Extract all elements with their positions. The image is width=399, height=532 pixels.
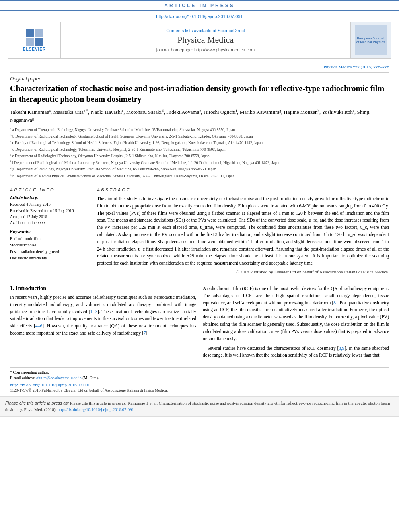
article-title: Characterization of stochastic noise and…: [10, 83, 389, 104]
email-line: E-mail address: oita-m@cc.okayama-u.ac.j…: [10, 376, 389, 380]
main-content: Physica Medica xxx (2016) xxx–xxx Origin…: [0, 60, 399, 392]
intro-section-title: 1. Introduction: [10, 285, 196, 292]
journal-title: Physica Medica: [177, 35, 234, 45]
affiliation-f: f f Department of Radiological and Medic…: [10, 160, 389, 166]
right-logo: European Journal of Medical Physics: [355, 25, 387, 55]
contents-text: Contents lists available at: [166, 28, 216, 33]
author-oita: Masataka Oita: [53, 109, 83, 115]
history-header: Article history:: [10, 195, 90, 200]
keywords-section: Keywords: Radiochromic film Stochastic n…: [10, 230, 90, 261]
author-hayashi: Naoki Hayashi: [91, 109, 122, 115]
homepage-line: journal homepage: http://www.physicamedi…: [156, 47, 255, 52]
logo-box-4: [35, 38, 43, 46]
logo-box-1: [26, 29, 34, 37]
logo-boxes: [26, 29, 43, 46]
footnote-area: * Corresponding author. E-mail address: …: [10, 367, 389, 392]
logo-box-2: [35, 29, 43, 37]
corresponding-text: * Corresponding author.: [10, 370, 49, 374]
logo-box-3: [26, 38, 34, 46]
keyword-1: Radiochromic film: [10, 236, 90, 242]
keyword-3: Post-irradiation density growth: [10, 249, 90, 255]
divider-2: [10, 184, 389, 184]
article-info-header: ARTICLE INFO: [10, 187, 90, 192]
intro-para-right-2: Several studies have discussed the chara…: [203, 345, 389, 359]
received-date: Received 4 January 2016: [10, 201, 90, 207]
email-suffix: (M. Oita).: [82, 376, 99, 380]
divider-3: [10, 279, 389, 279]
abstract-col: ABSTRACT The aim of this study is to inv…: [97, 187, 389, 274]
keywords-header: Keywords:: [10, 230, 90, 234]
doi-footer[interactable]: http://dx.doi.org/10.1016/j.ejmp.2016.07…: [10, 382, 389, 387]
journal-header-right: European Journal of Medical Physics: [350, 22, 391, 58]
doi-top: http://dx.doi.org/10.1016/j.ejmp.2016.07…: [0, 13, 399, 20]
keyword-2: Stochastic noise: [10, 242, 90, 249]
affiliation-a: a a Department of Therapeutic Radiology,…: [10, 127, 389, 133]
citation-box: Please cite this article in press as: Pl…: [0, 396, 399, 417]
affiliations: a a Department of Therapeutic Radiology,…: [10, 127, 389, 179]
journal-header: ELSEVIER Contents lists available at Sci…: [8, 22, 391, 59]
contents-line: Contents lists available at ScienceDirec…: [166, 28, 245, 33]
copyright-line: © 2016 Published by Elsevier Ltd on beha…: [97, 269, 389, 274]
intro-para-right-1: A radiochromic film (RCF) is one of the …: [203, 285, 389, 343]
author-monzen: Hajime Monzen: [284, 109, 317, 115]
sciencedirect-link[interactable]: ScienceDirect: [218, 28, 245, 33]
keyword-4: Dosimetric uncertainty: [10, 255, 90, 261]
affiliation-c: c c Faculty of Radiological Technology, …: [10, 140, 389, 146]
author-sasaki: Motoharu Sasaki: [126, 109, 162, 115]
affiliation-d: d d Department of Radiological Technolog…: [10, 146, 389, 152]
email-label: E-mail address:: [10, 376, 35, 380]
article-type-label: Original paper: [10, 76, 389, 82]
introduction-section: 1. Introduction In recent years, highly …: [10, 285, 389, 362]
affiliation-e: e e Department of Radiological Technolog…: [10, 153, 389, 159]
abstract-text: The aim of this study is to investigate …: [97, 195, 389, 267]
intro-body-left: In recent years, highly precise and accu…: [10, 294, 196, 337]
body-two-col: 1. Introduction In recent years, highly …: [10, 285, 389, 362]
author-kawamura: Mariko Kawamura: [240, 109, 280, 115]
author-kamomae: Takeshi Kamomae: [10, 109, 49, 115]
online-date: Available online xxxx: [10, 220, 90, 226]
journal-ref-line: Physica Medica xxx (2016) xxx–xxx: [10, 64, 389, 69]
corresponding-note: * Corresponding author.: [10, 370, 389, 374]
right-logo-text: European Journal of Medical Physics: [356, 37, 386, 44]
cite-doi[interactable]: http://dx.doi.org/10.1016/j.ejmp.2016.07…: [58, 407, 134, 412]
article-in-press-banner: ARTICLE IN PRESS: [0, 0, 399, 11]
authors-line: Takeshi Kamomaea, Masataka Oitab,*, Naok…: [10, 108, 389, 124]
author-aoyama: Hideki Aoyama: [166, 109, 199, 115]
elsevier-logo-area: ELSEVIER: [8, 22, 61, 58]
intro-para-1: In recent years, highly precise and accu…: [10, 294, 196, 337]
issn-line: 1120-1797/© 2016 Published by Elsevier L…: [10, 388, 389, 392]
body-col-right: A radiochromic film (RCF) is one of the …: [203, 285, 389, 362]
abstract-header: ABSTRACT: [97, 187, 389, 192]
intro-body-right: A radiochromic film (RCF) is one of the …: [203, 285, 389, 359]
elsevier-logo: ELSEVIER: [23, 29, 46, 51]
elsevier-text: ELSEVIER: [23, 47, 46, 51]
affiliation-b: b b Department of Radiological Technolog…: [10, 133, 389, 139]
journal-header-center: Contents lists available at ScienceDirec…: [61, 22, 350, 58]
body-col-left: 1. Introduction In recent years, highly …: [10, 285, 196, 362]
divider-1: [10, 72, 389, 73]
author-oguchi: Hiroshi Oguchi: [204, 109, 236, 115]
accepted-date: Accepted 17 July 2016: [10, 214, 90, 220]
cite-label: Please cite this article in press as:: [5, 401, 70, 405]
email-address[interactable]: oita-m@cc.okayama-u.ac.jp: [36, 376, 82, 380]
author-itoh: Yoshiyuki Itoh: [322, 109, 353, 115]
revised-date: Received in Revised form 15 July 2016: [10, 207, 90, 214]
affiliation-h: h h Department of Medical Physics, Gradu…: [10, 173, 389, 179]
affiliation-g: g g Department of Radiology, Nagoya Univ…: [10, 166, 389, 172]
info-abstract-section: ARTICLE INFO Article history: Received 4…: [10, 187, 389, 274]
article-info-col: ARTICLE INFO Article history: Received 4…: [10, 187, 90, 274]
article-history: Article history: Received 4 January 2016…: [10, 195, 90, 226]
